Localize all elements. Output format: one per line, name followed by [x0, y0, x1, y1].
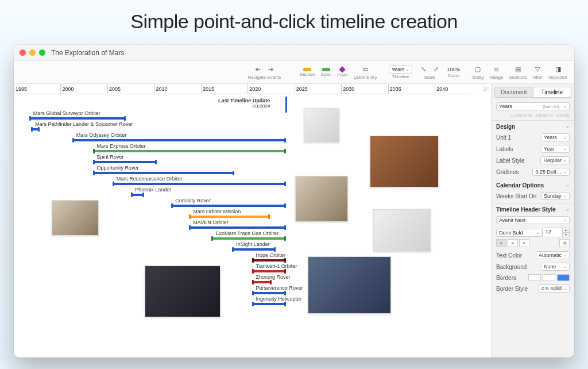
point-tool[interactable]: Point: [335, 67, 350, 78]
event-label: Tianwen-1 Orbiter: [256, 263, 297, 269]
zoom-tool[interactable]: 100%Zoom: [444, 67, 462, 78]
year-tick: 2015: [201, 84, 214, 94]
year-tick: 2005: [107, 84, 121, 94]
thumb-maven[interactable]: [308, 256, 391, 314]
thumb-mars-surface[interactable]: [370, 136, 439, 187]
event-label: Mars Odyssey Orbiter: [76, 132, 127, 138]
tab-document[interactable]: Document: [494, 87, 533, 98]
auto-align-icon[interactable]: ⟲: [559, 239, 570, 247]
event-label: Ingenuity Helicopter: [256, 296, 302, 302]
section-icon: [303, 68, 311, 71]
event-label: Curiosity Rover: [175, 198, 211, 203]
design-section[interactable]: Design: [492, 120, 574, 132]
event-bar[interactable]: Mars Pathfinder Lander & Sojourner Rover: [32, 128, 39, 136]
scale-tool[interactable]: ⤡⤢Scale: [416, 65, 443, 80]
range-button[interactable]: ⧈Range: [488, 65, 506, 80]
gridlines-popup[interactable]: 0.25 Dott…: [532, 168, 570, 176]
titlebar: The Exploration of Mars: [14, 45, 574, 61]
labelstyle-popup[interactable]: Regular: [540, 156, 570, 164]
inspector-sidebar: Document Timeline Years (built-in) Custo…: [491, 84, 574, 358]
customize-button[interactable]: Customize: [510, 113, 532, 118]
inspector-tabs: Document Timeline: [492, 84, 574, 101]
year-tick: 2000: [60, 84, 74, 94]
background-popup[interactable]: None: [541, 263, 570, 271]
border-opt-1[interactable]: [528, 274, 541, 281]
timeline-popup[interactable]: YearsTimeline: [386, 66, 415, 79]
weight-popup[interactable]: Demi Bold: [496, 229, 543, 237]
align-center-icon[interactable]: ≡: [508, 239, 518, 247]
range-icon: ⧈: [492, 65, 502, 74]
prev-event-icon[interactable]: ⇤: [253, 65, 264, 74]
year-tick: 1995: [14, 84, 27, 94]
year-ruler: 1995200020052010201520202025203020352040…: [14, 84, 491, 94]
toolbar: ⇤ ⇥ Navigate Events Section Span Point ▭…: [14, 61, 574, 84]
app-window: The Exploration of Mars ⇤ ⇥ Navigate Eve…: [14, 45, 574, 358]
sections-button[interactable]: ▤Sections: [506, 65, 529, 80]
event-label: Spirit Rover: [97, 154, 124, 160]
event-label: Zhurong Rover: [256, 274, 291, 280]
fade-edge: [468, 84, 491, 358]
event-label: Perseverence Rover: [256, 285, 303, 291]
delete-button[interactable]: Delete: [556, 113, 570, 118]
event-label: Mars Reconnaisance Orbiter: [117, 176, 183, 182]
thumb-orbiter-1[interactable]: [304, 108, 339, 143]
thumb-sojourner[interactable]: [52, 200, 99, 236]
align-left-icon[interactable]: ≡: [496, 239, 506, 247]
traffic-lights: [20, 49, 45, 56]
event-label: Mars Global Surveyor Orbiter: [33, 110, 100, 116]
font-popup[interactable]: Avenir Next: [496, 216, 570, 224]
point-icon: [339, 66, 346, 72]
rename-button[interactable]: Rename: [536, 113, 553, 118]
span-tool[interactable]: Span: [318, 68, 334, 77]
size-stepper[interactable]: 12▴▾: [543, 228, 570, 237]
calendar-section[interactable]: Calendar Options: [492, 179, 574, 190]
quick-entry-icon: ▭: [360, 65, 370, 74]
navigate-events[interactable]: ⇤ ⇥ Navigate Events: [246, 65, 284, 80]
unit1-popup[interactable]: Years: [541, 133, 570, 141]
minimize-icon[interactable]: [29, 49, 36, 56]
labels-popup[interactable]: Year: [541, 145, 570, 153]
borderstyle-popup[interactable]: 0.5 Solid: [539, 285, 570, 293]
thumb-insight[interactable]: [145, 266, 220, 317]
border-opt-2[interactable]: [543, 274, 555, 281]
align-right-icon[interactable]: ≡: [519, 239, 529, 247]
section-tool[interactable]: Section: [297, 68, 318, 77]
event-label: Opportunity Rover: [97, 165, 139, 171]
thumb-diagram[interactable]: [373, 209, 431, 252]
scale-in-icon[interactable]: ⤢: [431, 65, 441, 74]
headerstyle-section[interactable]: Timeline Header Style: [492, 203, 574, 214]
event-label: Hope Orbiter: [256, 252, 286, 258]
next-event-icon[interactable]: ⇥: [266, 65, 276, 74]
textcolor-popup[interactable]: Automatic: [536, 251, 570, 259]
years-hint: (built-in): [492, 104, 564, 112]
today-button[interactable]: ▢Today: [469, 65, 486, 80]
event-bar[interactable]: Ingenuity Helicopter: [253, 303, 285, 311]
window-title: The Exploration of Mars: [51, 49, 124, 57]
tab-timeline[interactable]: Timeline: [533, 87, 572, 98]
year-tick: 2010: [154, 84, 167, 94]
sections-icon: ▤: [513, 65, 523, 74]
year-tick: 2030: [341, 84, 354, 94]
timeline-canvas[interactable]: 1995200020052010201520202025203020352040…: [14, 84, 491, 358]
event-label: InSight Lander: [236, 241, 270, 247]
event-label: Mars Express Orbiter: [97, 143, 146, 149]
today-marker: [285, 97, 287, 113]
hero-title: Simple point-and-click timeline creation: [0, 0, 588, 41]
quick-entry-tool[interactable]: ▭Quick Entry: [351, 65, 379, 80]
inspector-button[interactable]: ◨Inspector: [546, 65, 570, 80]
inspector-icon: ◨: [553, 65, 563, 74]
border-opt-3[interactable]: [557, 274, 570, 281]
close-icon[interactable]: [20, 49, 26, 56]
thumb-orbiter-2[interactable]: [295, 176, 348, 222]
event-bar[interactable]: Phoenix Lander: [131, 194, 144, 202]
weeksstart-popup[interactable]: Sunday: [541, 192, 570, 200]
year-tick: 2035: [388, 84, 401, 94]
year-tick: 2020: [247, 84, 261, 94]
filter-button[interactable]: ▽Filter: [530, 65, 545, 80]
scale-out-icon[interactable]: ⤡: [418, 65, 428, 74]
filter-icon: ▽: [532, 65, 543, 74]
zoom-icon[interactable]: [39, 49, 45, 56]
year-tick: 2040: [435, 84, 448, 94]
span-icon: [322, 68, 330, 71]
year-tick: 2045: [482, 84, 491, 94]
